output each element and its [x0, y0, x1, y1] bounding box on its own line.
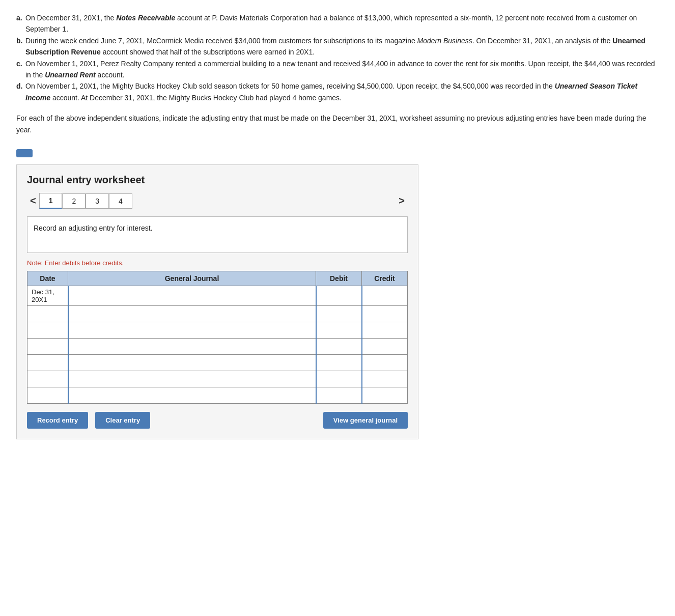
item-b-label: b. [16, 35, 23, 58]
tab-next-button[interactable]: > [396, 195, 408, 207]
item-a-text: On December 31, 20X1, the Notes Receivab… [25, 12, 659, 35]
instruction-text: Record an adjusting entry for interest. [34, 224, 152, 232]
view-general-journal-button[interactable]: View general journal [323, 412, 408, 429]
journal-cell-3[interactable] [68, 322, 316, 338]
debit-input-1[interactable] [317, 286, 361, 305]
debit-input-7[interactable] [317, 387, 361, 403]
tabs-navigation: < 1 2 3 4 > [27, 193, 408, 209]
table-row [27, 354, 408, 371]
date-cell-5 [27, 354, 68, 371]
clear-entry-button[interactable]: Clear entry [95, 412, 150, 429]
debit-cell-7[interactable] [316, 387, 362, 403]
journal-input-4[interactable] [69, 339, 316, 354]
journal-cell-2[interactable] [68, 305, 316, 322]
debit-cell-3[interactable] [316, 322, 362, 338]
tab-prev-button[interactable]: < [27, 195, 39, 207]
credit-cell-7[interactable] [362, 387, 408, 403]
journal-cell-4[interactable] [68, 338, 316, 354]
debit-input-3[interactable] [317, 322, 361, 338]
tab-2[interactable]: 2 [62, 193, 86, 209]
table-row [27, 387, 408, 403]
header-credit: Credit [362, 271, 408, 286]
credit-input-3[interactable] [362, 322, 408, 338]
credit-input-6[interactable] [362, 371, 408, 387]
journal-cell-7[interactable] [68, 387, 316, 403]
date-cell-4 [27, 338, 68, 354]
credit-input-7[interactable] [362, 387, 408, 403]
button-row: Record entry Clear entry View general jo… [27, 412, 408, 429]
journal-cell-1[interactable] [68, 286, 316, 305]
credit-cell-6[interactable] [362, 371, 408, 387]
date-cell-7 [27, 387, 68, 403]
debit-cell-6[interactable] [316, 371, 362, 387]
instruction-box: Record an adjusting entry for interest. [27, 216, 408, 253]
date-cell-2 [27, 305, 68, 322]
tab-1[interactable]: 1 [39, 193, 63, 209]
debit-input-5[interactable] [317, 355, 361, 371]
item-c-text: On November 1, 20X1, Perez Realty Compan… [25, 58, 659, 81]
worksheet-container: Journal entry worksheet < 1 2 3 4 > Reco… [16, 164, 418, 439]
debit-input-2[interactable] [317, 306, 361, 322]
table-row [27, 322, 408, 338]
item-a-label: a. [16, 12, 23, 35]
credit-input-5[interactable] [362, 355, 408, 371]
journal-table: Date General Journal Debit Credit Dec 31… [27, 271, 408, 404]
journal-input-7[interactable] [69, 387, 316, 403]
debit-cell-1[interactable] [316, 286, 362, 305]
item-d-text: On November 1, 20X1, the Mighty Bucks Ho… [25, 80, 659, 103]
view-transaction-button[interactable] [16, 149, 33, 157]
credit-input-2[interactable] [362, 306, 408, 322]
tab-4[interactable]: 4 [109, 193, 132, 209]
item-c-label: c. [16, 58, 23, 81]
date-cell-1: Dec 31,20X1 [27, 286, 68, 305]
table-row: Dec 31,20X1 [27, 286, 408, 305]
credit-input-1[interactable] [362, 286, 408, 305]
debit-cell-4[interactable] [316, 338, 362, 354]
credit-cell-3[interactable] [362, 322, 408, 338]
credit-cell-4[interactable] [362, 338, 408, 354]
journal-input-5[interactable] [69, 355, 316, 371]
debit-cell-2[interactable] [316, 305, 362, 322]
worksheet-title: Journal entry worksheet [27, 174, 408, 186]
table-row [27, 305, 408, 322]
header-date: Date [27, 271, 68, 286]
tab-3[interactable]: 3 [86, 193, 109, 209]
for-each-text: For each of the above independent situat… [16, 113, 659, 135]
table-row [27, 338, 408, 354]
credit-cell-2[interactable] [362, 305, 408, 322]
table-row [27, 371, 408, 387]
header-general-journal: General Journal [68, 271, 316, 286]
journal-input-2[interactable] [69, 306, 316, 322]
item-b-text: During the week ended June 7, 20X1, McCo… [25, 35, 659, 58]
date-cell-6 [27, 371, 68, 387]
debit-input-4[interactable] [317, 339, 361, 354]
journal-input-1[interactable] [69, 286, 316, 305]
credit-cell-5[interactable] [362, 354, 408, 371]
item-d-label: d. [16, 80, 23, 103]
header-debit: Debit [316, 271, 362, 286]
debit-cell-5[interactable] [316, 354, 362, 371]
credit-input-4[interactable] [362, 339, 408, 354]
journal-cell-5[interactable] [68, 354, 316, 371]
journal-input-3[interactable] [69, 322, 316, 338]
credit-cell-1[interactable] [362, 286, 408, 305]
date-cell-3 [27, 322, 68, 338]
record-entry-button[interactable]: Record entry [27, 412, 88, 429]
journal-input-6[interactable] [69, 371, 316, 387]
problem-text: a. On December 31, 20X1, the Notes Recei… [16, 12, 659, 103]
debit-input-6[interactable] [317, 371, 361, 387]
note-text: Note: Enter debits before credits. [27, 259, 408, 267]
journal-cell-6[interactable] [68, 371, 316, 387]
